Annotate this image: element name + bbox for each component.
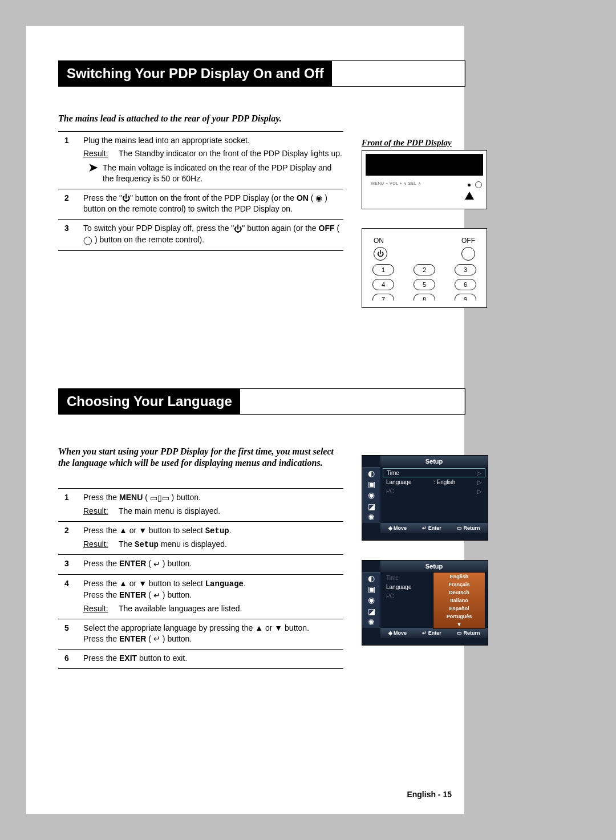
remote-key-1: 1 [372, 264, 394, 275]
osd-footer: ◆ Move ↵ Enter ▭ Return [380, 628, 488, 638]
figure-front-display: Front of the PDP Display MENU − VOL + ∨ … [362, 138, 488, 209]
enter-button-icon: ↵ [153, 590, 160, 601]
intro-language: When you start using your PDP Display fo… [58, 446, 335, 469]
result-label: Result: [83, 506, 119, 517]
section-heading-power: Switching Your PDP Display On and Off [58, 60, 465, 87]
step: 3 To switch your PDP Display off, press … [58, 219, 343, 250]
figure-remote: ON OFF ⏻ 1 2 3 4 5 6 7 8 9 [362, 228, 488, 308]
step-number: 2 [58, 193, 75, 215]
remote-key-2: 2 [414, 264, 435, 275]
remote-on-label: ON [374, 237, 384, 245]
enter-icon: ↵ [422, 525, 427, 531]
osd-input-icon: ◐ [368, 469, 375, 477]
menu-button-icon: ▭▯▭ [150, 493, 169, 504]
osd-icon-column: ◐ ▣ ◉ ◪ ✺ [362, 572, 380, 628]
osd-item-time: Time▷ [383, 468, 485, 477]
power-button-icon [475, 181, 482, 188]
osd-setup-menu: Setup ◐ ▣ ◉ ◪ ✺ Time▷ Language : English… [362, 455, 488, 541]
step-text: Press the ENTER ( ↵ ) button. [75, 558, 343, 570]
note-text: The main voltage is indicated on the rea… [103, 163, 343, 184]
osd-picture-icon: ▣ [368, 585, 375, 593]
result-label: Result: [83, 148, 119, 159]
page: Switching Your PDP Display On and Off Th… [26, 26, 590, 814]
result-text: The main menu is displayed. [119, 506, 343, 517]
step-number: 3 [58, 558, 75, 570]
up-arrow-icon: ▲ [255, 623, 263, 632]
result-label: Result: [83, 603, 119, 614]
section-heading-language: Choosing Your Language [58, 388, 465, 415]
remote-on-button: ⏻ [374, 247, 387, 261]
step: 2 Press the "⏻" button on the front of t… [58, 189, 343, 220]
move-icon: ◆ [388, 525, 392, 531]
display-button-labels: MENU − VOL + ∨ SEL ∧ [371, 181, 421, 186]
osd-title: Setup [380, 456, 488, 467]
up-arrow-icon: ▲ [119, 579, 127, 588]
step: 1 Plug the mains lead into an appropriat… [58, 131, 343, 189]
down-arrow-icon: ▼ [274, 623, 282, 632]
down-arrow-icon: ▼ [139, 579, 147, 588]
osd-icon-column: ◐ ▣ ◉ ◪ ✺ [362, 467, 380, 523]
osd-input-icon: ◐ [368, 574, 375, 582]
result-text: The available languages are listed. [119, 603, 343, 614]
osd-item-pc: PC▷ [383, 486, 485, 496]
on-button-icon: ◉ [315, 193, 322, 204]
step-text: Press the EXIT button to exit. [75, 653, 343, 664]
pointer-arrow-icon [465, 192, 474, 200]
note-arrow-icon: ➤ [83, 163, 103, 172]
off-button-icon: ◯ [83, 235, 92, 246]
osd-footer: ◆ Move ↵ Enter ▭ Return [380, 523, 488, 533]
up-arrow-icon: ▲ [119, 526, 127, 535]
enter-button-icon: ↵ [153, 559, 160, 570]
language-mono: Language [205, 579, 244, 589]
step-number: 5 [58, 623, 75, 645]
osd-channel-icon: ◪ [368, 607, 375, 615]
step-number: 1 [58, 135, 75, 184]
lang-option: Italiano [433, 596, 485, 604]
step-number: 4 [58, 578, 75, 614]
lang-option: Français [433, 581, 485, 589]
remote-key-5: 5 [414, 279, 435, 290]
section-title: Choosing Your Language [59, 389, 240, 414]
osd-language-dropdown: English Français Deutsch Italiano Españo… [433, 572, 485, 629]
step-number: 3 [58, 223, 75, 245]
step-text: Press the MENU ( ▭▯▭ ) button. [83, 492, 343, 504]
osd-language-list: Setup ◐ ▣ ◉ ◪ ✺ Time Language: PC Englis… [362, 560, 488, 646]
lang-more-icon: ▼ [433, 620, 485, 628]
osd-picture-icon: ▣ [368, 480, 375, 488]
step: 2 Press the ▲ or ▼ button to select Setu… [58, 521, 343, 555]
result-text: The Standby indicator on the front of th… [119, 148, 343, 159]
osd-channel-icon: ◪ [368, 502, 375, 510]
remote-key-7: 7 [372, 294, 394, 301]
remote-off-label: OFF [461, 237, 475, 245]
steps-power: 1 Plug the mains lead into an appropriat… [58, 131, 343, 251]
step-text: Plug the mains lead into an appropriate … [83, 135, 343, 146]
osd-sound-icon: ◉ [368, 596, 375, 604]
result-text: The Setup menu is displayed. [119, 539, 343, 550]
step-number: 6 [58, 653, 75, 664]
step: 4 Press the ▲ or ▼ button to select Lang… [58, 574, 343, 619]
remote-illustration: ON OFF ⏻ 1 2 3 4 5 6 7 8 9 [362, 228, 487, 308]
steps-language: 1 Press the MENU ( ▭▯▭ ) button. Result:… [58, 488, 343, 669]
osd-item-language: Language : English ▷ [383, 477, 485, 486]
step: 5 Select the appropriate language by pre… [58, 619, 343, 650]
remote-key-3: 3 [455, 264, 476, 275]
down-arrow-icon: ▼ [139, 526, 147, 535]
enter-button-icon: ↵ [153, 634, 160, 644]
remote-off-button [461, 247, 475, 261]
osd-sound-icon: ◉ [368, 491, 375, 499]
step-text: Press the "⏻" button on the front of the… [75, 193, 343, 215]
return-icon: ▭ [457, 525, 462, 531]
step-text: Press the ▲ or ▼ button to select Langua… [83, 578, 343, 601]
remote-key-8: 8 [414, 294, 435, 301]
lang-option: English [433, 573, 485, 581]
remote-key-4: 4 [372, 279, 394, 290]
lang-option: Português [433, 612, 485, 620]
step: 1 Press the MENU ( ▭▯▭ ) button. Result:… [58, 488, 343, 521]
intro-power: The mains lead is attached to the rear o… [58, 113, 335, 124]
osd-title: Setup [380, 561, 488, 572]
section-title: Switching Your PDP Display On and Off [59, 61, 332, 86]
step-number: 1 [58, 492, 75, 517]
osd-setup-icon: ✺ [368, 618, 375, 626]
osd-setup-icon: ✺ [368, 513, 375, 521]
step-text: Select the appropriate language by press… [75, 623, 343, 645]
